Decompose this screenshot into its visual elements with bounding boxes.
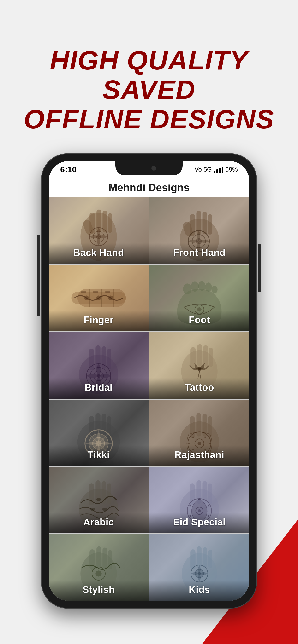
grid-label-finger: Finger (49, 310, 148, 331)
grid-label-front-hand: Front Hand (150, 243, 249, 264)
svg-point-77 (209, 442, 211, 444)
svg-rect-42 (107, 349, 111, 370)
svg-rect-51 (209, 348, 213, 367)
svg-point-31 (183, 284, 192, 294)
svg-point-33 (198, 281, 205, 290)
svg-rect-9 (108, 213, 112, 233)
grid-label-tikki: Tikki (49, 445, 148, 466)
grid-label-bridal: Bridal (49, 378, 148, 399)
grid-label-eid-special: Eid Special (150, 512, 249, 533)
headline-line1: HIGH QUALITY SAVED (50, 45, 248, 105)
category-grid: Back Hand (49, 198, 249, 601)
svg-rect-4 (222, 166, 223, 173)
status-right: Vo 5G 59% (195, 166, 238, 173)
grid-label-rajasthani: Rajasthani (150, 445, 249, 466)
svg-point-52 (198, 368, 201, 371)
svg-rect-107 (203, 547, 207, 568)
phone-mockup: 6:10 1 Vo 5G (41, 153, 257, 608)
grid-label-foot: Foot (150, 310, 249, 331)
svg-point-34 (205, 282, 212, 292)
svg-rect-87 (208, 484, 212, 504)
svg-point-96 (189, 504, 191, 506)
svg-rect-50 (203, 346, 208, 366)
svg-rect-2 (216, 170, 218, 173)
svg-rect-66 (196, 413, 201, 436)
svg-rect-3 (219, 168, 221, 173)
grid-label-arabic: Arabic (49, 512, 148, 533)
svg-point-91 (198, 498, 200, 500)
svg-point-29 (96, 296, 101, 300)
signal-icon (214, 166, 223, 173)
notch-camera (152, 166, 156, 170)
svg-rect-82 (107, 484, 111, 504)
grid-label-stylish: Stylish (49, 580, 148, 601)
grid-item-tikki[interactable]: Tikki (49, 400, 148, 466)
svg-rect-49 (197, 344, 202, 366)
grid-label-tattoo: Tattoo (150, 378, 249, 399)
grid-item-bridal[interactable]: Bridal (49, 332, 148, 398)
svg-rect-1 (214, 171, 215, 173)
app-title: Mehndi Designs (108, 182, 189, 194)
headline-section: HIGH QUALITY SAVED OFFLINE DESIGNS (0, 46, 298, 134)
svg-rect-98 (89, 549, 95, 570)
svg-point-76 (188, 442, 190, 444)
grid-label-kids: Kids (150, 580, 249, 601)
svg-rect-100 (102, 548, 107, 569)
svg-point-72 (192, 436, 194, 438)
svg-rect-99 (96, 546, 101, 569)
app-header: Mehndi Designs (49, 178, 249, 198)
grid-item-finger[interactable]: Finger (49, 265, 148, 331)
svg-rect-86 (203, 481, 207, 504)
battery-text: 59% (225, 166, 238, 173)
svg-rect-18 (208, 214, 212, 234)
svg-point-90 (198, 509, 201, 512)
grid-item-stylish[interactable]: Stylish (49, 534, 148, 601)
svg-rect-84 (190, 484, 195, 505)
svg-point-30 (108, 296, 113, 300)
svg-point-92 (208, 504, 209, 506)
grid-label-back-hand: Back Hand (49, 243, 148, 264)
grid-item-tattoo[interactable]: Tattoo (150, 332, 249, 398)
carrier-text: Vo 5G (195, 166, 212, 173)
svg-point-71 (198, 442, 201, 445)
svg-rect-39 (89, 349, 94, 371)
grid-item-rajasthani[interactable]: Rajasthani (150, 400, 249, 466)
svg-rect-41 (102, 346, 106, 369)
svg-rect-17 (203, 212, 207, 234)
phone-outer-frame: 6:10 1 Vo 5G (41, 153, 257, 608)
grid-item-arabic[interactable]: Arabic (49, 467, 148, 533)
phone-screen: 6:10 1 Vo 5G (49, 161, 249, 601)
headline-line2: OFFLINE DESIGNS (24, 104, 274, 134)
svg-point-103 (95, 570, 101, 576)
grid-item-back-hand[interactable]: Back Hand (49, 198, 148, 264)
svg-rect-58 (102, 414, 106, 436)
grid-item-foot[interactable]: Foot (150, 265, 249, 331)
status-time: 6:10 (60, 165, 77, 174)
svg-point-73 (204, 436, 206, 438)
svg-point-35 (211, 286, 217, 294)
grid-item-front-hand[interactable]: Front Hand (150, 198, 249, 264)
grid-item-kids[interactable]: Kids (150, 534, 249, 601)
svg-point-28 (84, 296, 89, 300)
svg-point-32 (191, 281, 199, 292)
svg-rect-108 (208, 550, 212, 568)
grid-item-eid-special[interactable]: Eid Special (150, 467, 249, 533)
phone-notch (115, 161, 183, 176)
